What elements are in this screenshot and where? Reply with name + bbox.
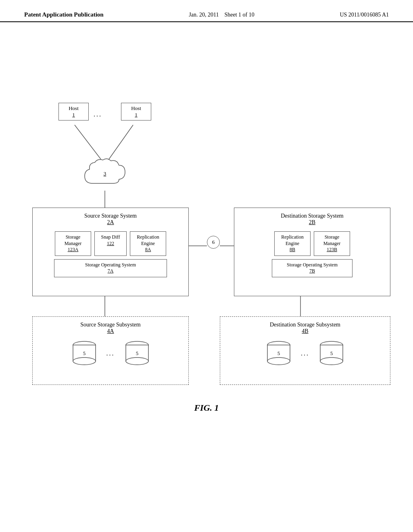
host-right-id: 1	[125, 112, 148, 118]
svg-point-14	[126, 357, 148, 365]
dest-subsystem-box: Destination Storage Subsystem 4B 5 ...	[220, 316, 390, 385]
source-system-label: Source Storage System	[84, 213, 137, 219]
svg-text:3: 3	[104, 170, 106, 177]
source-subsystem-id: 4A	[33, 328, 188, 335]
source-subsystem-label: Source Storage Subsystem	[33, 322, 188, 328]
patent-number: US 2011/0016085 A1	[340, 12, 389, 18]
figure-label: FIG. 1	[0, 403, 413, 413]
svg-text:5: 5	[83, 350, 86, 356]
source-subsystem-box: Source Storage Subsystem 4A 5 ...	[32, 316, 189, 385]
dest-disk-left: 5	[265, 340, 293, 366]
dest-subsystem-id: 4B	[220, 328, 390, 335]
source-disk-right: 5	[123, 340, 151, 366]
hosts-dots: ...	[94, 111, 102, 118]
source-disks-dots: ...	[106, 350, 115, 357]
host-left: Host 1	[58, 103, 89, 121]
svg-text:5: 5	[330, 350, 333, 356]
source-storage-system-box: Source Storage System 2A StorageManager …	[32, 208, 189, 296]
network-cloud: 3	[81, 155, 125, 187]
host-right-label: Host	[125, 105, 148, 112]
publication-date: Jan. 20, 2011 Sheet 1 of 10	[189, 12, 254, 18]
host-left-label: Host	[62, 105, 85, 112]
dest-storage-system-box: Destination Storage System 2B Replicatio…	[234, 208, 390, 296]
svg-text:5: 5	[136, 350, 138, 356]
replication-engine-dest: ReplicationEngine 8B	[274, 231, 311, 256]
source-disk-left: 5	[70, 340, 98, 366]
storage-manager-dest: StorageManager 123B	[314, 231, 350, 256]
svg-line-1	[109, 125, 133, 159]
svg-point-22	[320, 357, 343, 365]
source-system-id: 2A	[107, 219, 114, 226]
snap-diff: Snap Diff 122	[94, 231, 127, 256]
dest-os-box: Storage Operating System 7B	[272, 259, 353, 277]
publication-title: Patent Application Publication	[24, 11, 104, 18]
host-right: Host 1	[121, 103, 151, 121]
dest-subsystem-label: Destination Storage Subsystem	[220, 322, 390, 328]
dest-system-id: 2B	[309, 219, 315, 226]
host-left-id: 1	[62, 112, 85, 118]
page-header: Patent Application Publication Jan. 20, …	[0, 0, 413, 22]
dest-disks-dots: ...	[301, 350, 309, 357]
dest-disk-right: 5	[317, 340, 346, 366]
diagram-area: Host 1 ... Host 1 3 Source Storage Syste…	[0, 22, 413, 486]
storage-manager-source: StorageManager 123A	[55, 231, 91, 256]
svg-line-0	[75, 125, 101, 159]
svg-text:5: 5	[277, 350, 280, 356]
svg-point-18	[267, 357, 290, 365]
source-os-box: Storage Operating System 7A	[54, 259, 167, 277]
dest-system-label: Destination Storage System	[281, 213, 344, 219]
replication-engine-source: ReplicationEngine 8A	[130, 231, 166, 256]
connection-circle: 6	[207, 236, 220, 249]
svg-point-10	[73, 357, 96, 365]
